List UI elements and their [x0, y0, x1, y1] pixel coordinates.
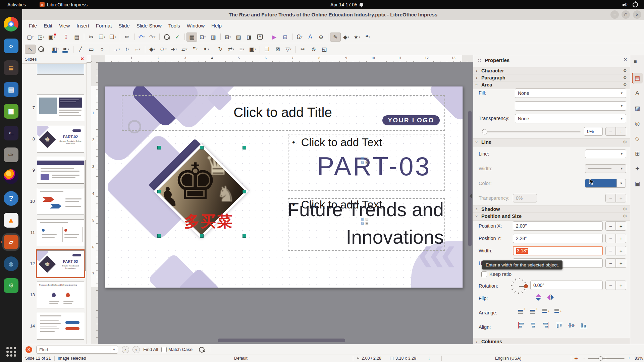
- insert-object-icons[interactable]: ▦▤▨▣: [361, 217, 369, 225]
- edit-points-button[interactable]: ✏: [298, 45, 308, 54]
- insert-table-button[interactable]: ⊞▾: [222, 33, 233, 42]
- width-minus[interactable]: −: [605, 246, 616, 255]
- language-status[interactable]: English (USA): [495, 356, 522, 361]
- flip-vertically-icon[interactable]: [535, 294, 542, 300]
- line-width-dropdown[interactable]: ▼: [585, 164, 626, 173]
- dock-green-app[interactable]: ⚙: [4, 278, 18, 293]
- tab-animation[interactable]: ✦: [632, 163, 643, 174]
- clock[interactable]: Apr 14 17:05: [330, 0, 363, 9]
- find-replace-button[interactable]: [161, 33, 172, 42]
- menu-window[interactable]: Window: [183, 21, 208, 30]
- slide-heading[interactable]: Future Trends andInnovations: [239, 196, 444, 251]
- zoom-in-button[interactable]: +: [628, 356, 630, 361]
- flip-horizontally-icon[interactable]: [547, 294, 554, 300]
- position-x-plus[interactable]: +: [616, 221, 626, 231]
- title-bar[interactable]: The Rise and Future Trends of the Online…: [22, 9, 644, 20]
- menu-slide-show[interactable]: Slide Show: [133, 21, 165, 30]
- position-x-field[interactable]: 2.00″: [513, 221, 603, 231]
- rotation-field[interactable]: 0.00°: [530, 281, 603, 290]
- dock-terminal[interactable]: >_: [4, 126, 18, 140]
- menu-format[interactable]: Format: [93, 21, 115, 30]
- rotate-button[interactable]: ↻: [215, 45, 226, 54]
- find-combobox[interactable]: ▼: [36, 346, 118, 354]
- tab-gallery[interactable]: ▨: [632, 103, 643, 114]
- insert-ole-object-button[interactable]: ⊟: [280, 33, 290, 42]
- display-views-button[interactable]: ▥: [208, 33, 219, 42]
- new-button[interactable]: ▢▾: [25, 33, 36, 42]
- align-objects-button[interactable]: ≡▾: [236, 45, 247, 54]
- slide-style-status[interactable]: Default: [234, 356, 248, 361]
- arrange-button[interactable]: ▣▾: [247, 45, 258, 54]
- dock-writer[interactable]: ▤: [4, 82, 18, 97]
- slide-thumbnail-9[interactable]: [37, 157, 84, 184]
- dock-impress[interactable]: ▱: [4, 235, 18, 249]
- dock-blue-app[interactable]: ◍: [4, 256, 18, 271]
- shadow-button[interactable]: ❏: [262, 45, 272, 54]
- send-to-back-icon[interactable]: ↓: [554, 308, 561, 314]
- slide-editing-area[interactable]: ❮❮❮ ▦▤▨▣ ▦▤▨▣ Click to add Title YOUR LO…: [105, 86, 463, 288]
- callout-shapes-button[interactable]: ❞▾: [190, 45, 201, 54]
- close-button[interactable]: ✕: [633, 10, 641, 19]
- document-modified-icon[interactable]: ↓: [428, 356, 430, 361]
- symbol-shapes-button[interactable]: ☺▾: [158, 45, 168, 54]
- lines-and-arrows-button[interactable]: →▾: [111, 45, 122, 54]
- properties-close-icon[interactable]: ✕: [624, 57, 627, 62]
- insert-object-icons[interactable]: ▦▤▨▣: [361, 156, 369, 164]
- line-transparency-field[interactable]: 0%: [513, 194, 537, 202]
- panel-grip-icon[interactable]: ∷: [478, 58, 481, 63]
- slide-number-status[interactable]: Slide 12 of 21: [25, 356, 51, 361]
- star-shapes-button[interactable]: ✦▾: [201, 45, 211, 54]
- transparency-plus-button[interactable]: +: [616, 127, 626, 136]
- position-y-minus[interactable]: −: [605, 234, 616, 243]
- menu-file[interactable]: File: [25, 21, 40, 30]
- tab-slide-transition[interactable]: ⊞: [632, 148, 643, 159]
- align-left-icon[interactable]: [518, 322, 525, 328]
- activities-button[interactable]: Activities: [7, 0, 26, 9]
- dock-help[interactable]: ?: [4, 191, 18, 206]
- fill-color-button[interactable]: ◧▾: [50, 45, 61, 54]
- tab-master-slides[interactable]: ▣: [632, 178, 643, 189]
- dock-show-apps[interactable]: [4, 344, 18, 359]
- undo-button[interactable]: ↶▾: [136, 33, 147, 42]
- part-label[interactable]: PART-03: [317, 152, 431, 181]
- insert-chart-button[interactable]: ◨: [244, 33, 255, 42]
- transparency-type-dropdown[interactable]: None▼: [515, 114, 626, 123]
- rotation-dial[interactable]: [511, 278, 527, 294]
- selection-handle[interactable]: [200, 234, 204, 238]
- find-previous-button[interactable]: ∧: [122, 346, 129, 353]
- rotation-minus[interactable]: −: [605, 281, 616, 290]
- open-button[interactable]: ◳▾: [36, 33, 46, 42]
- gear-icon[interactable]: ⚙: [623, 68, 627, 73]
- rotation-plus[interactable]: +: [616, 281, 626, 290]
- tab-navigator[interactable]: ◎: [632, 118, 643, 129]
- display-grid-button[interactable]: ▦: [186, 33, 197, 42]
- slide-thumbnail-13[interactable]: Focus on Soft Skills and Lifelong Learni…: [37, 282, 84, 308]
- gear-icon[interactable]: ⚙: [623, 82, 627, 87]
- line-color-button[interactable]: ✒▾: [61, 45, 71, 54]
- export-pdf-button[interactable]: ↧: [61, 33, 71, 42]
- tab-properties[interactable]: ▤: [632, 73, 643, 83]
- special-character-button[interactable]: Ω▾: [294, 33, 305, 42]
- tab-styles[interactable]: A: [632, 88, 643, 99]
- align-right-icon[interactable]: [542, 322, 549, 328]
- tab-shapes[interactable]: ◇: [632, 133, 643, 144]
- horizontal-ruler[interactable]: 12345678910111213: [91, 55, 473, 63]
- sidebar-settings-icon[interactable]: ≡: [634, 59, 637, 65]
- minimize-button[interactable]: –: [610, 10, 619, 19]
- align-middle-icon[interactable]: [568, 322, 575, 328]
- save-button[interactable]: ▣▾: [46, 33, 57, 42]
- line-style-dropdown[interactable]: ▼: [585, 149, 626, 158]
- spelling-button[interactable]: ✓: [172, 33, 183, 42]
- zoom-pan-button[interactable]: [36, 45, 46, 54]
- zoom-out-button[interactable]: −: [583, 356, 585, 361]
- callout-shapes-button[interactable]: ❝▾: [362, 33, 373, 42]
- fill-type-dropdown[interactable]: None▼: [515, 88, 626, 98]
- rectangle-button[interactable]: ▭: [86, 45, 97, 54]
- slides-panel-close-icon[interactable]: ✕: [80, 56, 84, 61]
- print-button[interactable]: ▤: [71, 33, 82, 42]
- slide-thumbnail-12[interactable]: ♚PART-03Future Trends and Innovations: [37, 250, 84, 277]
- align-bottom-icon[interactable]: [580, 322, 587, 328]
- gear-icon[interactable]: ⚙: [623, 139, 627, 144]
- block-arrows-button[interactable]: ➔▾: [168, 45, 179, 54]
- find-input[interactable]: [37, 346, 110, 353]
